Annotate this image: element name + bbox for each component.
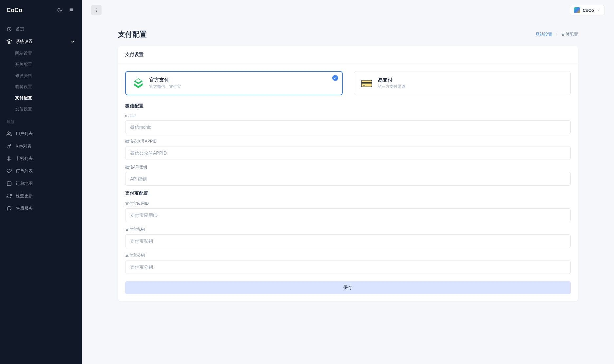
card-icon — [7, 156, 12, 161]
sidebar-item-label: 售后服务 — [16, 205, 33, 211]
svg-rect-11 — [361, 82, 372, 84]
sidebar-item-cards[interactable]: 卡密列表 — [0, 152, 82, 165]
ali-private-label: 支付宝私钥 — [125, 227, 571, 232]
nav-section-label: 导航 — [0, 115, 82, 127]
ali-appid-input[interactable] — [125, 208, 571, 222]
wechat-pay-icon — [132, 77, 144, 89]
topbar: CoCo — [82, 0, 614, 20]
chat-button[interactable] — [67, 6, 75, 14]
key-icon — [7, 144, 12, 149]
sidebar-sub-payment[interactable]: 支付配置 — [15, 92, 82, 104]
sidebar-submenu: 网站设置 开关配置 修改资料 套餐设置 支付配置 发信设置 — [0, 48, 82, 115]
wx-apikey-input[interactable] — [125, 172, 571, 186]
calendar-icon — [7, 181, 12, 186]
layers-icon — [7, 39, 12, 44]
breadcrumb: 网站设置 支付配置 — [535, 31, 578, 37]
sidebar: CoCo 首页 系统设置 网站设置 开关配置 — [0, 0, 82, 364]
chevron-down-icon — [597, 8, 601, 12]
theme-toggle-button[interactable] — [56, 6, 64, 14]
user-menu[interactable]: CoCo — [570, 5, 605, 15]
svg-rect-12 — [363, 85, 365, 86]
sidebar-sub-site[interactable]: 网站设置 — [15, 48, 82, 59]
wx-appid-input[interactable] — [125, 146, 571, 160]
chevron-down-icon — [70, 39, 75, 44]
wx-apikey-label: 微信API密钥 — [125, 164, 571, 170]
ali-public-label: 支付宝公钥 — [125, 253, 571, 258]
mchid-label: mchid — [125, 114, 571, 118]
sidebar-item-label: 用户列表 — [16, 131, 33, 137]
svg-rect-3 — [7, 182, 11, 186]
moon-icon — [57, 8, 62, 13]
main-content: CoCo 支付配置 网站设置 支付配置 支付设置 — [82, 0, 614, 364]
page-header: 支付配置 网站设置 支付配置 — [82, 20, 614, 46]
svg-marker-1 — [7, 39, 11, 42]
user-avatar-icon — [574, 7, 580, 13]
heart-icon — [7, 168, 12, 174]
card-header: 支付设置 — [118, 46, 578, 64]
sidebar-item-orders[interactable]: 订单列表 — [0, 165, 82, 177]
payment-options: 官方支付 官方微信、支付宝 易支付 — [125, 71, 571, 95]
sidebar-item-after-sale[interactable]: 售后服务 — [0, 202, 82, 215]
sidebar-item-label: 检查更新 — [16, 193, 33, 199]
more-vertical-icon — [94, 8, 99, 12]
pay-option-title: 官方支付 — [149, 77, 181, 83]
payment-card: 支付设置 官方支付 官方微信、支付宝 — [118, 46, 578, 301]
sidebar-sub-switch[interactable]: 开关配置 — [15, 59, 82, 70]
pay-option-yipay[interactable]: 易支付 第三方支付渠道 — [354, 71, 571, 95]
user-name: CoCo — [583, 8, 594, 13]
sidebar-item-check-update[interactable]: 检查更新 — [0, 190, 82, 202]
wechat-section-title: 微信配置 — [125, 103, 571, 109]
sidebar-item-label: 首页 — [16, 26, 24, 32]
sidebar-sub-mail[interactable]: 发信设置 — [15, 104, 82, 115]
pay-option-subtitle: 官方微信、支付宝 — [149, 84, 181, 89]
chat-icon — [69, 8, 74, 13]
page-title: 支付配置 — [118, 29, 147, 39]
users-icon — [7, 131, 12, 136]
save-button[interactable]: 保存 — [125, 281, 571, 294]
wallet-icon — [361, 77, 373, 89]
ali-public-input[interactable] — [125, 260, 571, 274]
message-icon — [7, 206, 12, 211]
svg-point-9 — [96, 11, 97, 12]
sidebar-item-label: 订单地图 — [16, 181, 33, 186]
sidebar-item-label: Key列表 — [16, 143, 31, 149]
svg-point-8 — [96, 10, 97, 10]
sidebar-item-label: 卡密列表 — [16, 156, 33, 162]
sidebar-item-label: 系统设置 — [16, 39, 33, 45]
refresh-icon — [7, 193, 12, 199]
sidebar-nav: 首页 系统设置 网站设置 开关配置 修改资料 套餐设置 支付配置 发信设置 导航… — [0, 20, 82, 217]
ali-appid-label: 支付宝应用ID — [125, 201, 571, 206]
sidebar-sub-profile[interactable]: 修改资料 — [15, 70, 82, 81]
breadcrumb-parent-link[interactable]: 网站设置 — [535, 31, 552, 37]
sidebar-item-label: 订单列表 — [16, 168, 33, 174]
chevron-right-icon — [555, 33, 558, 36]
wx-appid-label: 微信公众号APPID — [125, 139, 571, 144]
sidebar-item-system-settings[interactable]: 系统设置 — [0, 35, 82, 48]
ali-private-input[interactable] — [125, 234, 571, 248]
pay-option-official[interactable]: 官方支付 官方微信、支付宝 — [125, 71, 343, 95]
more-menu-button[interactable] — [91, 5, 102, 15]
selected-check-icon — [332, 75, 338, 81]
sidebar-header: CoCo — [0, 0, 82, 20]
dashboard-icon — [7, 27, 12, 32]
svg-point-2 — [8, 132, 9, 133]
mchid-input[interactable] — [125, 120, 571, 134]
sidebar-sub-plan[interactable]: 套餐设置 — [15, 81, 82, 92]
sidebar-item-users[interactable]: 用户列表 — [0, 127, 82, 140]
sidebar-item-home[interactable]: 首页 — [0, 23, 82, 35]
breadcrumb-current: 支付配置 — [561, 31, 578, 37]
alipay-section-title: 支付宝配置 — [125, 190, 571, 196]
sidebar-item-order-map[interactable]: 订单地图 — [0, 177, 82, 190]
pay-option-subtitle: 第三方支付渠道 — [378, 84, 405, 89]
sidebar-item-keys[interactable]: Key列表 — [0, 140, 82, 152]
brand-logo[interactable]: CoCo — [7, 7, 22, 14]
pay-option-title: 易支付 — [378, 77, 405, 83]
svg-point-7 — [96, 9, 97, 9]
